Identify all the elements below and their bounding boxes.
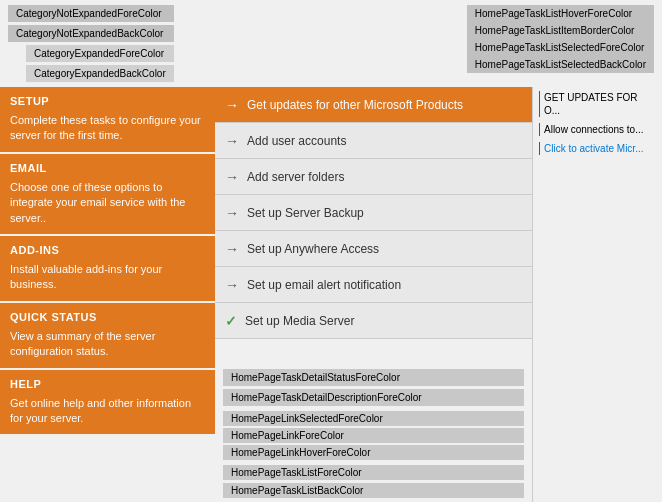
detail-swatches-area: HomePageTaskDetailStatusForeColor HomePa… — [215, 365, 532, 502]
swatch-hover-fore: HomePageTaskListHoverForeColor — [467, 5, 654, 22]
link-swatch-fore: HomePageLinkForeColor — [223, 428, 524, 443]
link-swatch-selected: HomePageLinkSelectedForeColor — [223, 411, 524, 426]
link-swatch-hover: HomePageLinkHoverForeColor — [223, 445, 524, 460]
category-help-header[interactable]: HELP — [0, 370, 215, 394]
category-quickstatus-header[interactable]: QUICK STATUS — [0, 303, 215, 327]
task-label-6: Set up email alert notification — [247, 278, 401, 292]
detail-swatch-status: HomePageTaskDetailStatusForeColor — [223, 369, 524, 386]
category-addins-body: Install valuable add-ins for your busine… — [0, 260, 215, 301]
left-swatches: CategoryNotExpandedForeColor CategoryNot… — [8, 5, 174, 82]
swatch-selected-fore: HomePageTaskListSelectedForeColor — [467, 39, 654, 56]
task-arrow-icon-2: → — [225, 133, 239, 149]
main-content: SETUP Complete these tasks to configure … — [0, 87, 662, 502]
task-label-7: Set up Media Server — [245, 314, 354, 328]
right-annotation-2: Allow connections to... — [544, 124, 644, 135]
right-panel: GET UPDATES FOR O... Allow connections t… — [532, 87, 662, 502]
right-annotation-1-container: GET UPDATES FOR O... — [539, 91, 656, 117]
task-label-5: Set up Anywhere Access — [247, 242, 379, 256]
right-annotation-1: GET UPDATES FOR O... — [544, 92, 638, 116]
swatch-not-expanded-fore: CategoryNotExpandedForeColor — [8, 5, 174, 22]
task-arrow-icon-5: → — [225, 241, 239, 257]
list-swatch-back: HomePageTaskListBackColor — [223, 483, 524, 498]
category-email-body: Choose one of these options to integrate… — [0, 178, 215, 234]
swatch-not-expanded-back: CategoryNotExpandedBackColor — [8, 25, 174, 42]
main-container: CategoryNotExpandedForeColor CategoryNot… — [0, 0, 662, 502]
task-label-3: Add server folders — [247, 170, 344, 184]
right-link-container[interactable]: Click to activate Micr... — [539, 142, 656, 155]
task-arrow-icon-3: → — [225, 169, 239, 185]
task-item-4[interactable]: → Set up Server Backup — [215, 195, 532, 231]
task-item-2[interactable]: → Add user accounts — [215, 123, 532, 159]
category-setup[interactable]: SETUP Complete these tasks to configure … — [0, 87, 215, 152]
swatch-item-border: HomePageTaskListItemBorderColor — [467, 22, 654, 39]
task-detail-area: → Get updates for other Microsoft Produc… — [215, 87, 532, 502]
category-email[interactable]: EMAIL Choose one of these options to int… — [0, 154, 215, 234]
swatch-expanded-fore: CategoryExpandedForeColor — [26, 45, 174, 62]
category-quickstatus-body: View a summary of the server configurati… — [0, 327, 215, 368]
top-swatch-row: CategoryNotExpandedForeColor CategoryNot… — [0, 0, 662, 87]
task-checkmark-icon-7: ✓ — [225, 313, 237, 329]
task-arrow-icon-1: → — [225, 97, 239, 113]
category-help-body: Get online help and other information fo… — [0, 394, 215, 435]
category-addins-header[interactable]: ADD-INS — [0, 236, 215, 260]
category-addins[interactable]: ADD-INS Install valuable add-ins for you… — [0, 236, 215, 301]
task-item-5[interactable]: → Set up Anywhere Access — [215, 231, 532, 267]
link-swatches: HomePageLinkSelectedForeColor HomePageLi… — [223, 409, 524, 462]
category-quickstatus[interactable]: QUICK STATUS View a summary of the serve… — [0, 303, 215, 368]
sidebar: SETUP Complete these tasks to configure … — [0, 87, 215, 502]
task-item-6[interactable]: → Set up email alert notification — [215, 267, 532, 303]
right-annotation-2-container: Allow connections to... — [539, 123, 656, 136]
task-item-1[interactable]: → Get updates for other Microsoft Produc… — [215, 87, 532, 123]
task-arrow-icon-4: → — [225, 205, 239, 221]
list-swatch-fore: HomePageTaskListForeColor — [223, 465, 524, 480]
task-arrow-icon-6: → — [225, 277, 239, 293]
category-setup-body: Complete these tasks to configure your s… — [0, 111, 215, 152]
task-item-7[interactable]: ✓ Set up Media Server — [215, 303, 532, 339]
category-setup-header[interactable]: SETUP — [0, 87, 215, 111]
category-help[interactable]: HELP Get online help and other informati… — [0, 370, 215, 435]
right-link-label[interactable]: Click to activate Micr... — [544, 143, 643, 154]
task-label-1: Get updates for other Microsoft Products — [247, 98, 463, 112]
swatch-expanded-back: CategoryExpandedBackColor — [26, 65, 174, 82]
detail-swatch-description: HomePageTaskDetailDescriptionForeColor — [223, 389, 524, 406]
category-email-header[interactable]: EMAIL — [0, 154, 215, 178]
swatch-selected-back: HomePageTaskListSelectedBackColor — [467, 56, 654, 73]
task-item-3[interactable]: → Add server folders — [215, 159, 532, 195]
task-list: → Get updates for other Microsoft Produc… — [215, 87, 532, 365]
task-label-4: Set up Server Backup — [247, 206, 364, 220]
task-label-2: Add user accounts — [247, 134, 346, 148]
right-swatches: HomePageTaskListHoverForeColor HomePageT… — [467, 5, 654, 73]
